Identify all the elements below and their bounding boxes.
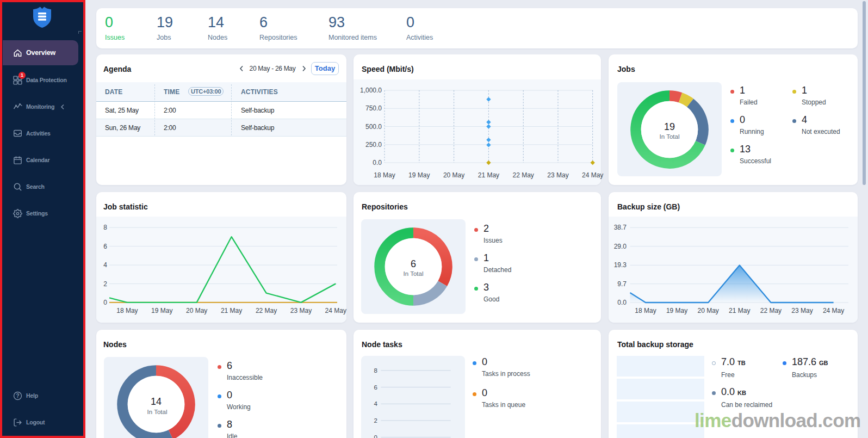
svg-text:24 May: 24 May: [823, 307, 844, 314]
svg-text:20 May: 20 May: [443, 171, 464, 179]
svg-text:23 May: 23 May: [791, 307, 813, 314]
svg-text:?: ?: [16, 393, 20, 399]
svg-text:6: 6: [374, 384, 377, 391]
svg-text:500.0: 500.0: [365, 123, 382, 131]
svg-text:19 May: 19 May: [151, 307, 172, 314]
svg-text:4: 4: [374, 400, 378, 407]
svg-text:4: 4: [103, 261, 107, 269]
svg-text:0.0: 0.0: [617, 299, 627, 306]
svg-text:23 May: 23 May: [290, 307, 312, 314]
svg-text:20 May: 20 May: [186, 307, 207, 314]
svg-text:22 May: 22 May: [760, 307, 782, 314]
svg-text:18 May: 18 May: [374, 171, 395, 179]
svg-text:22 May: 22 May: [256, 307, 277, 314]
svg-text:0: 0: [103, 299, 107, 306]
svg-text:20 May: 20 May: [698, 307, 719, 314]
svg-text:24 May: 24 May: [325, 307, 346, 314]
svg-text:24 May: 24 May: [582, 171, 603, 179]
svg-text:21 May: 21 May: [478, 171, 499, 179]
svg-text:19.3: 19.3: [614, 261, 627, 269]
svg-text:2: 2: [374, 417, 377, 424]
svg-text:2: 2: [103, 280, 107, 288]
svg-text:38.7: 38.7: [614, 224, 627, 231]
svg-text:23 May: 23 May: [547, 171, 568, 179]
svg-text:250.0: 250.0: [365, 141, 382, 149]
svg-text:19 May: 19 May: [408, 171, 430, 179]
svg-text:6: 6: [103, 243, 107, 250]
svg-text:21 May: 21 May: [221, 307, 242, 314]
svg-text:19 May: 19 May: [666, 307, 687, 314]
svg-text:9.7: 9.7: [617, 280, 627, 288]
svg-text:22 May: 22 May: [513, 171, 534, 179]
svg-text:0: 0: [374, 434, 377, 438]
svg-text:21 May: 21 May: [729, 307, 750, 314]
svg-text:750.0: 750.0: [365, 104, 382, 112]
svg-text:8: 8: [374, 367, 377, 374]
svg-text:18 May: 18 May: [635, 307, 656, 314]
svg-text:18 May: 18 May: [116, 307, 138, 314]
svg-text:29.0: 29.0: [614, 243, 627, 250]
svg-text:0.0: 0.0: [373, 159, 382, 166]
svg-text:8: 8: [103, 224, 107, 231]
svg-text:1,000.0: 1,000.0: [360, 87, 382, 94]
